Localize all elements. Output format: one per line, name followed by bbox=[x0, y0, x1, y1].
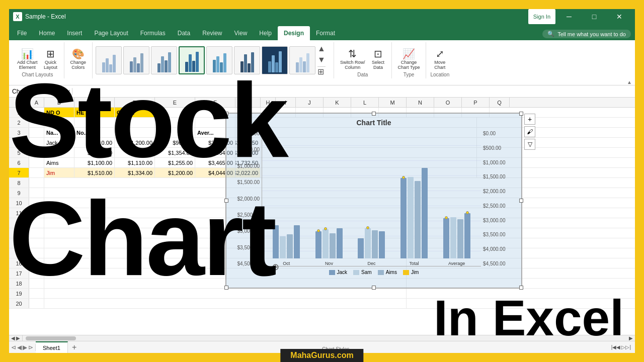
bar-jack-nov bbox=[315, 231, 321, 258]
legend-label-jack: Jack bbox=[337, 269, 348, 275]
type-group: 📈 ChangeChart Type Type bbox=[392, 42, 427, 78]
chart-filter-button[interactable]: ▽ bbox=[524, 139, 535, 150]
legend-item-jack: Jack bbox=[329, 269, 348, 275]
bar-sam-dec bbox=[365, 228, 371, 258]
tab-view[interactable]: View bbox=[228, 26, 254, 40]
data-group-content: ⇅ Switch Row/Column ⊡ SelectData bbox=[338, 43, 387, 71]
legend-color-jim bbox=[403, 270, 409, 275]
type-group-content: 📈 ChangeChart Type bbox=[396, 43, 422, 71]
col-header-Q: Q bbox=[490, 98, 510, 107]
col-header-N: N bbox=[407, 98, 434, 107]
legend-label-sam: Sam bbox=[361, 269, 372, 275]
bar-group-total: Total bbox=[395, 168, 434, 266]
col-header-M: M bbox=[379, 98, 407, 107]
overlay-stock-text: Stock bbox=[9, 73, 287, 168]
legend-color-sam bbox=[353, 270, 359, 275]
sheet-tab-label: Sheet1 bbox=[43, 345, 60, 351]
bar-aims-nov bbox=[330, 233, 336, 258]
bar-sam-nov bbox=[323, 229, 329, 258]
col-header-K: K bbox=[324, 98, 351, 107]
tab-file[interactable]: File bbox=[11, 26, 33, 40]
tab-help[interactable]: Help bbox=[253, 26, 278, 40]
scroll-bar-right[interactable]: ▶ bbox=[629, 335, 633, 341]
overlay-inexcel-text: In Excel bbox=[434, 289, 624, 347]
scroll-right-icon[interactable]: ▶ bbox=[16, 335, 20, 341]
change-chart-type-button[interactable]: 📈 ChangeChart Type bbox=[396, 48, 422, 71]
sheet-nav-next[interactable]: ▶ bbox=[23, 344, 27, 351]
legend-color-jack bbox=[329, 270, 335, 275]
chart-style-button[interactable]: 🖌 bbox=[524, 126, 535, 137]
close-button[interactable]: ✕ bbox=[608, 9, 631, 24]
legend-item-aims: Aims bbox=[378, 269, 397, 275]
bar-group-nov: Nov bbox=[310, 228, 349, 266]
minimize-button[interactable]: ─ bbox=[557, 9, 581, 24]
maximize-button[interactable]: □ bbox=[583, 9, 606, 24]
data-group-label: Data bbox=[357, 72, 368, 77]
title-bar: X Sample - Excel Sign In ─ □ ✕ bbox=[9, 9, 635, 24]
sheet-tab-sheet1[interactable]: Sheet1 bbox=[36, 341, 68, 353]
ribbon-collapse-icon[interactable]: ▲ bbox=[627, 79, 632, 85]
bar-group-dec: Dec bbox=[352, 228, 391, 266]
tab-home[interactable]: Home bbox=[33, 26, 61, 40]
bar-sam-total bbox=[408, 177, 414, 258]
bar-sam-avg bbox=[450, 217, 456, 258]
bar-jack-total bbox=[400, 178, 407, 258]
data-group: ⇅ Switch Row/Column ⊡ SelectData Data bbox=[334, 42, 392, 78]
switch-row-col-icon: ⇅ bbox=[348, 49, 357, 59]
scroll-left-icon[interactable]: ◀ bbox=[11, 335, 15, 341]
tab-formulas[interactable]: Formulas bbox=[134, 26, 172, 40]
resize-handle-tr[interactable] bbox=[519, 112, 523, 116]
sheet-nav-prev[interactable]: ◀ bbox=[17, 344, 22, 351]
change-chart-type-icon: 📈 bbox=[403, 49, 415, 59]
tab-pagelayout[interactable]: Page Layout bbox=[88, 26, 134, 40]
bar-group-average: Average bbox=[437, 213, 476, 266]
ribbon-search[interactable]: 🔍 Tell me what you want to do bbox=[542, 30, 631, 38]
resize-handle-mr[interactable] bbox=[519, 199, 523, 203]
h-scroll-thumb[interactable] bbox=[26, 336, 76, 340]
bar-jack-avg bbox=[443, 218, 449, 258]
tab-review[interactable]: Review bbox=[196, 26, 228, 40]
add-sheet-button[interactable]: + bbox=[68, 342, 80, 353]
select-data-label: SelectData bbox=[372, 60, 384, 70]
quick-layout-icon: ⊞ bbox=[46, 49, 55, 59]
overlay-chart-text: Chart bbox=[9, 191, 275, 286]
bar-aims-total bbox=[415, 181, 421, 258]
bar-jim-oct bbox=[294, 225, 300, 258]
bar-aims-avg bbox=[457, 219, 463, 258]
signin-button[interactable]: Sign In bbox=[528, 9, 555, 24]
tab-design[interactable]: Design bbox=[278, 26, 310, 40]
chart-add-button[interactable]: + bbox=[524, 114, 535, 125]
location-group-label: Location bbox=[430, 72, 449, 77]
resize-handle-bc[interactable] bbox=[372, 286, 376, 290]
tab-format[interactable]: Format bbox=[310, 26, 341, 40]
type-group-label: Type bbox=[404, 72, 415, 77]
bar-label-dec: Dec bbox=[367, 261, 375, 266]
bar-jack-dec bbox=[358, 238, 364, 258]
tab-insert[interactable]: Insert bbox=[61, 26, 88, 40]
mahagurus-banner: MahaGurus.com bbox=[280, 349, 363, 362]
move-chart-icon: ⤢ bbox=[436, 49, 444, 59]
mahagurus-text: MahaGurus.com bbox=[290, 351, 353, 359]
excel-logo-icon: X bbox=[13, 12, 22, 21]
bar-label-oct: Oct bbox=[283, 261, 290, 266]
chart-style-8[interactable] bbox=[289, 46, 315, 74]
location-group-content: ⤢ MoveChart bbox=[431, 43, 449, 71]
resize-handle-tc[interactable] bbox=[372, 112, 376, 116]
sheet-nav-first[interactable]: ⊲ bbox=[11, 344, 16, 351]
add-chart-element-icon: 📊 bbox=[21, 49, 34, 59]
legend-item-sam: Sam bbox=[353, 269, 372, 275]
bar-label-total: Total bbox=[410, 261, 419, 266]
select-data-button[interactable]: ⊡ SelectData bbox=[369, 48, 387, 71]
switch-row-col-button[interactable]: ⇅ Switch Row/Column bbox=[338, 48, 367, 71]
tab-data[interactable]: Data bbox=[172, 26, 196, 40]
bars-container: Oct bbox=[262, 131, 481, 266]
sheet-nav-last[interactable]: ⊳ bbox=[28, 344, 33, 351]
change-colors-icon: 🎨 bbox=[72, 49, 85, 59]
col-header-L: L bbox=[351, 98, 379, 107]
title-text: Sample - Excel bbox=[25, 13, 66, 20]
bar-aims-dec bbox=[372, 230, 378, 258]
location-group: ⤢ MoveChart Location bbox=[426, 42, 453, 78]
bar-jim-total bbox=[422, 168, 428, 258]
chart-y-axis-right: $4,500.00 $4,000.00 $3,500.00 $3,000.00 … bbox=[481, 131, 516, 266]
move-chart-button[interactable]: ⤢ MoveChart bbox=[431, 48, 449, 71]
